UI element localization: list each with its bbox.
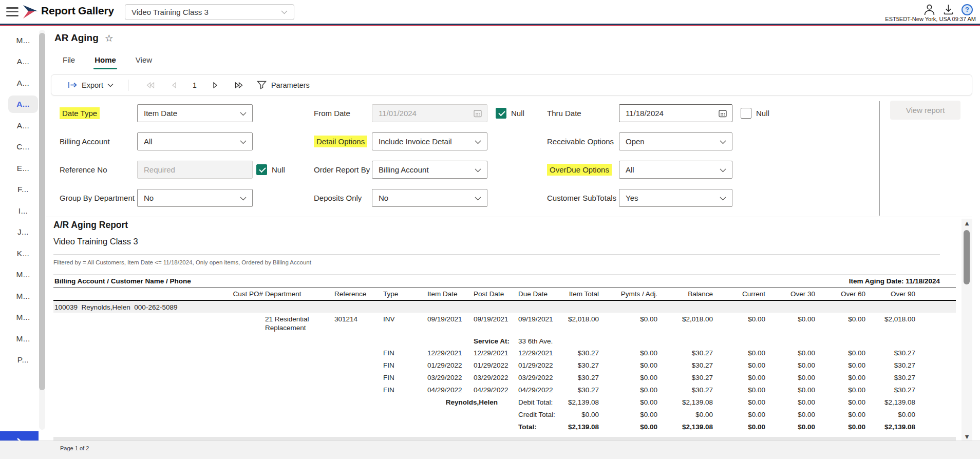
report-cell: $30.27 (566, 371, 612, 384)
from-date-input[interactable]: 11/01/2024 (372, 104, 487, 122)
tab-view[interactable]: View (136, 55, 152, 69)
sidebar-item[interactable]: M... (8, 266, 38, 283)
report-cell: 03/29/2022 (426, 371, 473, 384)
date-value: 11/18/2024 (626, 109, 664, 118)
favorite-star-icon[interactable]: ☆ (105, 32, 114, 44)
view-report-button[interactable]: View report (890, 101, 960, 120)
scroll-down-icon[interactable]: ▼ (962, 432, 972, 441)
tab-home[interactable]: Home (95, 55, 116, 69)
param-label-reference-no: Reference No (60, 161, 107, 179)
toolbar-divider (128, 80, 128, 91)
chevron-down-icon (281, 10, 288, 14)
param-label-order-report-by: Order Report By (314, 161, 370, 179)
date-type-dropdown[interactable]: Item Date (137, 104, 253, 122)
scroll-up-icon[interactable]: ▲ (962, 219, 972, 227)
parameters-button[interactable]: Parameters (257, 81, 310, 89)
chevron-down-icon (475, 197, 481, 201)
report-cell: Total: (517, 420, 566, 433)
report-cell (53, 371, 264, 384)
sidebar-item[interactable]: M... (8, 330, 38, 348)
report-cell: $0.00 (722, 359, 774, 371)
group-by-department-dropdown[interactable]: No (137, 189, 253, 207)
sidebar-item[interactable]: A... (8, 95, 38, 113)
app-title: Report Gallery (41, 5, 114, 17)
report-cell: 09/19/2021 (517, 313, 566, 333)
previous-page-button[interactable] (165, 82, 183, 88)
ribbon-tabs: File Home View (63, 55, 152, 69)
next-page-button[interactable] (206, 82, 224, 88)
report-scrollbar[interactable]: ▲ ▼ (962, 219, 972, 441)
report-cell: $0.00 (774, 371, 824, 384)
order-report-by-dropdown[interactable]: Billing Account (372, 161, 487, 179)
report-cell: $2,139.08 (874, 396, 956, 408)
customer-subtotals-dropdown[interactable]: Yes (619, 189, 732, 207)
sidebar-scrollbar-thumb[interactable] (39, 33, 45, 390)
sidebar-item[interactable]: J... (8, 223, 38, 241)
user-icon[interactable] (924, 4, 935, 15)
first-page-button[interactable] (142, 82, 159, 88)
sidebar-scrollbar[interactable] (39, 30, 45, 430)
chevron-down-icon (720, 168, 726, 173)
page-number[interactable]: 1 (186, 81, 203, 89)
report-scrollbar-thumb[interactable] (964, 230, 970, 284)
sidebar-item[interactable]: A... (8, 117, 38, 135)
null-checkbox[interactable] (496, 108, 506, 119)
sidebar-item[interactable]: F... (8, 181, 38, 198)
report-cell: $0.00 (824, 371, 874, 384)
reference-no-input[interactable] (137, 161, 253, 179)
tab-file[interactable]: File (63, 55, 75, 69)
null-checkbox[interactable] (741, 108, 751, 119)
report-row-service: Service At:33 6th Ave. (53, 333, 956, 347)
deposits-only-dropdown[interactable]: No (372, 189, 487, 207)
report-class-selector[interactable]: Video Training Class 3 (125, 4, 294, 20)
sidebar-item[interactable]: C... (8, 138, 38, 156)
report-title: A/R Aging Report (53, 220, 128, 231)
report-cell: FIN (382, 371, 426, 384)
column-header: Item Date (426, 288, 473, 300)
thru-date-input[interactable]: 11/18/2024 (619, 104, 732, 122)
report-row-data: FIN03/29/202203/29/202203/29/2022$30.27$… (53, 371, 956, 384)
receivable-options-dropdown[interactable]: Open (619, 132, 732, 150)
param-label-thru-date: Thru Date (547, 104, 581, 122)
hamburger-menu-icon[interactable] (6, 7, 18, 16)
last-page-button[interactable] (230, 82, 248, 88)
report-cell (426, 408, 517, 420)
report-cell: 01/29/2022 (426, 359, 473, 371)
sidebar-item[interactable]: M... (8, 288, 38, 305)
report-cell: $0.00 (774, 359, 824, 371)
sidebar-item[interactable]: K... (8, 245, 38, 262)
report-cell: 301214 (333, 313, 382, 333)
null-checkbox[interactable] (256, 164, 267, 175)
sidebar-item[interactable]: P... (8, 351, 38, 369)
report-cell: $0.00 (612, 371, 668, 384)
export-button[interactable]: Export (68, 81, 114, 89)
sidebar-item[interactable]: M... (8, 32, 38, 49)
help-icon[interactable]: ? (962, 4, 973, 15)
report-cell: $0.00 (612, 408, 668, 420)
report-cell: Debit Total: (517, 396, 566, 408)
date-value: 11/01/2024 (379, 109, 417, 118)
sidebar-item[interactable]: M... (8, 309, 38, 326)
report-cell: $0.00 (668, 408, 722, 420)
billing-account-dropdown[interactable]: All (137, 132, 253, 150)
report-cell (53, 420, 426, 433)
report-cell: 04/29/2022 (517, 384, 566, 396)
report-cell: $0.00 (824, 313, 874, 333)
report-cell: $0.00 (774, 347, 824, 359)
overdue-options-dropdown[interactable]: All (619, 161, 732, 179)
download-icon[interactable] (943, 4, 954, 15)
dropdown-value: Billing Account (379, 165, 429, 174)
sidebar-item[interactable]: A... (8, 74, 38, 92)
sidebar-item[interactable]: E... (8, 160, 38, 177)
sidebar-item[interactable]: A... (8, 53, 38, 70)
sidebar-item[interactable]: I... (8, 202, 38, 220)
report-band-header: Billing Account / Customer Name / Phone … (53, 275, 956, 288)
report-cell (264, 359, 333, 371)
detail-options-dropdown[interactable]: Include Invoice Detail (372, 132, 487, 150)
column-header: Current (722, 288, 774, 300)
column-header: Pymts / Adj. (612, 288, 668, 300)
report-cell: $2,139.08 (566, 396, 612, 408)
report-cell: $2,018.00 (668, 313, 722, 333)
param-label-deposits-only: Deposits Only (314, 189, 362, 207)
report-cell: $0.00 (722, 347, 774, 359)
